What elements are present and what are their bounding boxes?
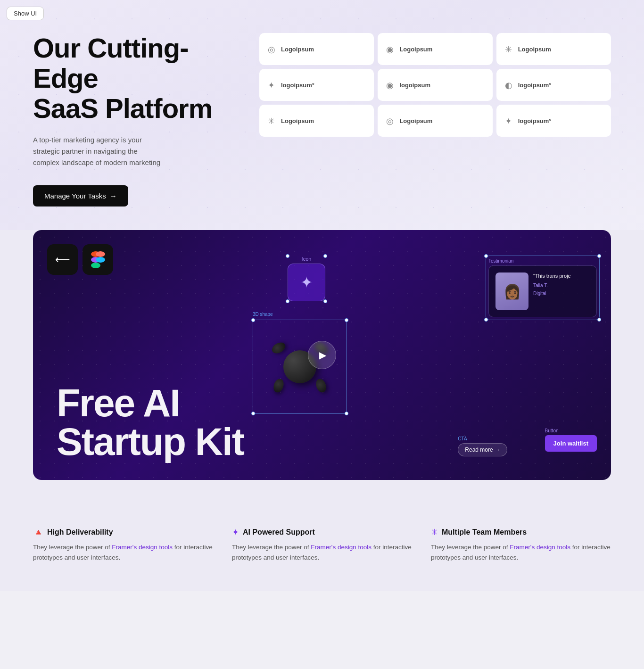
icon-label: Icon (288, 256, 325, 262)
testimonial-box: 👩🏾 "This trans proje Talia T. Digital (488, 265, 597, 317)
feature-icon: ✳ (431, 527, 438, 537)
logo-name: logoipsum° (518, 82, 552, 89)
hero-subtitle: A top-tier marketing agency is your stra… (33, 134, 165, 168)
hero-left: Our Cutting-Edge SaaS Platform A top-tie… (33, 28, 231, 206)
feature-desc: They leverage the power of Framer's desi… (431, 542, 611, 562)
sparkle-icon: ✦ (300, 273, 313, 291)
shape-label: 3D shape (253, 312, 347, 317)
cta-label: Manage Your Tasks (44, 192, 106, 200)
icon-card: ✦ (288, 264, 325, 301)
feature-desc-highlight: Framer's design tools (510, 544, 570, 551)
logo-name: logoipsum (399, 82, 430, 89)
floating-icon-box: Icon ✦ (288, 256, 325, 301)
logo-name: logoipsum° (281, 82, 314, 89)
testimonial-quote: "This trans proje (533, 273, 571, 280)
feature-desc: They leverage the power of Framer's desi… (33, 542, 213, 562)
feature-title: High Deliverability (47, 528, 113, 537)
logo-cell: ✦logoipsum° (259, 69, 374, 101)
feature-icon: 🔺 (33, 527, 43, 537)
feature-desc-highlight: Framer's design tools (112, 544, 173, 551)
hero-content: Our Cutting-Edge SaaS Platform A top-tie… (33, 28, 611, 206)
feature-header: 🔺High Deliverability (33, 527, 213, 537)
feature-item: ✳Multiple Team MembersThey leverage the … (431, 527, 611, 562)
play-button[interactable] (308, 341, 336, 369)
logo-icon: ✦ (268, 80, 277, 90)
svg-point-1 (96, 251, 105, 257)
feature-header: ✳Multiple Team Members (431, 527, 611, 537)
button-label: Button (545, 428, 597, 433)
video-section: ⟵ Icon ✦ 3D (0, 230, 644, 504)
logo-icon: ◎ (386, 116, 396, 125)
logo-name: Logoipsum (399, 46, 432, 53)
feature-title: AI Powered Support (243, 528, 315, 537)
feature-header: ✦AI Powered Support (232, 527, 412, 537)
feature-desc-highlight: Framer's design tools (311, 544, 372, 551)
feature-title: Multiple Team Members (442, 528, 527, 537)
testimonial-role: Digital (533, 291, 571, 296)
features-section: 🔺High DeliverabilityThey leverage the po… (0, 504, 644, 591)
app-icon-framer: ⟵ (47, 244, 78, 275)
testimonial-avatar: 👩🏾 (495, 273, 528, 310)
hero-title: Our Cutting-Edge SaaS Platform (33, 33, 231, 123)
features-grid: 🔺High DeliverabilityThey leverage the po… (33, 527, 611, 562)
show-ui-button[interactable]: Show UI (7, 7, 44, 20)
read-more-box: CTA Read more → (458, 436, 507, 456)
cta-label-text: CTA (458, 436, 507, 441)
logo-cell: ✦logoipsum° (496, 105, 611, 137)
testimonial-content: "This trans proje Talia T. Digital (533, 273, 571, 296)
logo-name: logoipsum° (518, 117, 552, 124)
logo-name: Logoipsum (281, 117, 314, 124)
logo-name: Logoipsum (399, 117, 432, 124)
svg-point-3 (96, 257, 105, 263)
testimonial-name: Talia T. (533, 283, 571, 288)
logo-icon: ◉ (386, 44, 396, 54)
logo-cell: ✳Logoipsum (259, 105, 374, 137)
hero-section: Our Cutting-Edge SaaS Platform A top-tie… (0, 0, 644, 230)
video-container: ⟵ Icon ✦ 3D (33, 230, 611, 480)
feature-desc: They leverage the power of Framer's desi… (232, 542, 412, 562)
logo-icon: ◎ (268, 44, 277, 54)
feature-icon: ✦ (232, 527, 239, 537)
logo-grid: ◎Logoipsum◉Logoipsum✳Logoipsum✦logoipsum… (259, 33, 611, 137)
app-icon-figma (83, 244, 113, 275)
feature-item: 🔺High DeliverabilityThey leverage the po… (33, 527, 213, 562)
logo-cell: ◎Logoipsum (378, 105, 492, 137)
video-big-text: Free AI Startup Kit (57, 384, 244, 461)
testimonial-label: Testimonian (488, 258, 597, 264)
read-more-button[interactable]: Read more → (458, 443, 507, 456)
cta-arrow: → (110, 192, 117, 200)
logo-cell: ◉logoipsum (378, 69, 492, 101)
logo-cell: ✳Logoipsum (496, 33, 611, 65)
logo-cell: ◐logoipsum° (496, 69, 611, 101)
logo-icon: ✳ (268, 116, 277, 125)
join-waitlist-button[interactable]: Join waitlist (545, 435, 597, 452)
manage-tasks-button[interactable]: Manage Your Tasks → (33, 185, 128, 206)
cta-box: Button Join waitlist (545, 428, 597, 452)
logo-cell: ◉Logoipsum (378, 33, 492, 65)
logo-icon: ◐ (505, 80, 514, 90)
svg-point-4 (91, 263, 100, 268)
logo-name: Logoipsum (518, 46, 551, 53)
logo-icon: ◉ (386, 80, 396, 90)
logo-cell: ◎Logoipsum (259, 33, 374, 65)
testimonial-card: Testimonian 👩🏾 "This trans proje Talia T… (488, 258, 597, 317)
logo-icon: ✳ (505, 44, 514, 54)
feature-item: ✦AI Powered SupportThey leverage the pow… (232, 527, 412, 562)
logo-icon: ✦ (505, 116, 514, 125)
avatar-face: 👩🏾 (495, 273, 528, 310)
floating-apps: ⟵ (47, 244, 113, 275)
logo-name: Logoipsum (281, 46, 314, 53)
